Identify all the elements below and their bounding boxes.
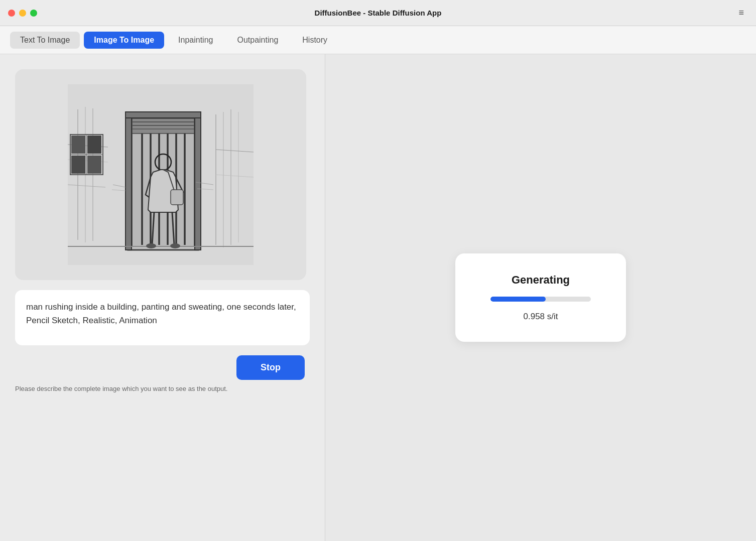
- stop-button-row: Stop: [15, 355, 310, 380]
- tab-image-to-image[interactable]: Image To Image: [84, 32, 164, 49]
- svg-rect-33: [87, 136, 101, 154]
- hint-text: Please describe the complete image which…: [15, 385, 310, 392]
- generating-title: Generating: [512, 274, 570, 287]
- maximize-button[interactable]: [30, 10, 37, 17]
- progress-bar-background: [490, 297, 591, 302]
- svg-rect-32: [71, 136, 85, 154]
- menu-icon[interactable]: ≡: [734, 6, 748, 20]
- svg-rect-27: [125, 112, 201, 118]
- svg-rect-37: [171, 190, 183, 205]
- minimize-button[interactable]: [19, 10, 26, 17]
- titlebar: DiffusionBee - Stable Diffusion App ≡: [0, 0, 756, 26]
- sketch-image: [68, 84, 254, 265]
- tab-outpainting[interactable]: Outpainting: [227, 32, 288, 49]
- tab-text-to-image[interactable]: Text To Image: [10, 32, 80, 49]
- input-image-container[interactable]: [15, 69, 306, 280]
- svg-point-40: [146, 243, 156, 248]
- tabbar: Text To Image Image To Image Inpainting …: [0, 26, 756, 54]
- progress-bar-fill: [490, 297, 546, 302]
- traffic-lights: [8, 10, 37, 17]
- generating-card: Generating 0.958 s/it: [455, 253, 626, 342]
- svg-rect-34: [71, 156, 85, 174]
- left-panel: man rushing inside a building, panting a…: [0, 54, 325, 541]
- main-content: man rushing inside a building, panting a…: [0, 54, 756, 541]
- tab-history[interactable]: History: [292, 32, 337, 49]
- right-panel: Generating 0.958 s/it: [325, 54, 756, 541]
- app-title: DiffusionBee - Stable Diffusion App: [315, 9, 442, 17]
- svg-rect-35: [87, 156, 101, 174]
- prompt-text: man rushing inside a building, panting a…: [26, 302, 296, 325]
- close-button[interactable]: [8, 10, 15, 17]
- svg-rect-25: [125, 112, 132, 250]
- stop-button[interactable]: Stop: [236, 355, 305, 380]
- svg-rect-26: [195, 112, 201, 250]
- svg-point-41: [170, 243, 180, 248]
- speed-indicator: 0.958 s/it: [524, 312, 558, 322]
- prompt-display: man rushing inside a building, panting a…: [15, 290, 310, 345]
- tab-inpainting[interactable]: Inpainting: [168, 32, 223, 49]
